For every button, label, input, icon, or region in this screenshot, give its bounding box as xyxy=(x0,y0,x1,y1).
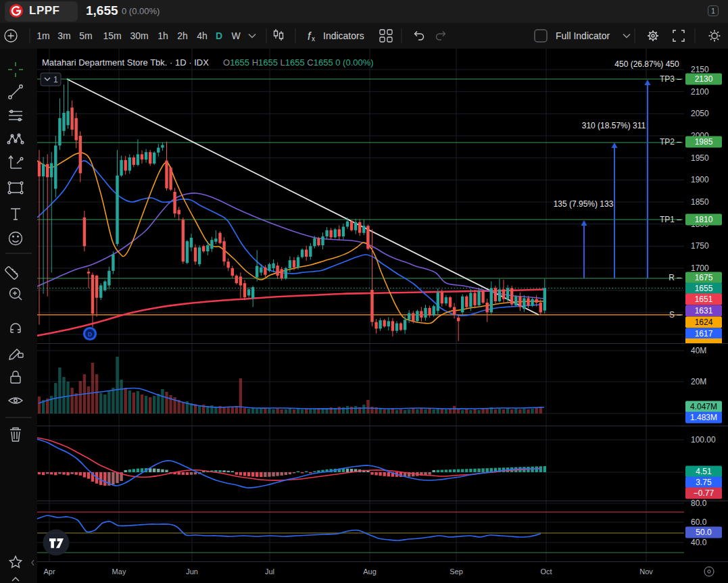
svg-text:TP3 –: TP3 – xyxy=(660,74,681,84)
svg-text:2100: 2100 xyxy=(691,87,709,97)
svg-text:1900: 1900 xyxy=(691,175,709,184)
svg-text:O1655 H1655 L1655 C1655 0 (0.0: O1655 H1655 L1655 C1655 0 (0.00%) xyxy=(223,57,374,68)
svg-text:30m: 30m xyxy=(130,30,148,41)
svg-text:Apr: Apr xyxy=(43,567,55,576)
svg-text:1: 1 xyxy=(53,75,58,84)
svg-text:1750: 1750 xyxy=(691,241,709,251)
svg-text:60.0: 60.0 xyxy=(691,517,707,527)
svg-text:TP2 –: TP2 – xyxy=(660,137,681,147)
svg-text:135 (7.95%) 133: 135 (7.95%) 133 xyxy=(554,199,614,209)
svg-text:20M: 20M xyxy=(691,377,706,386)
svg-text:1624: 1624 xyxy=(695,318,713,327)
svg-text:1.483M: 1.483M xyxy=(690,413,717,422)
svg-text:Full Indicator: Full Indicator xyxy=(556,30,610,41)
svg-text:4h: 4h xyxy=(197,30,208,41)
svg-text:D: D xyxy=(88,331,93,338)
svg-text:Indicators: Indicators xyxy=(323,30,364,41)
svg-text:1810: 1810 xyxy=(695,215,713,224)
svg-text:40.0: 40.0 xyxy=(691,538,707,547)
svg-text:2130: 2130 xyxy=(695,74,713,84)
svg-text:D: D xyxy=(216,30,222,41)
svg-text:1850: 1850 xyxy=(691,197,709,207)
svg-text:80.0: 80.0 xyxy=(691,499,707,508)
svg-text:310 (18.57%) 311: 310 (18.57%) 311 xyxy=(582,121,646,130)
svg-text:−0.77: −0.77 xyxy=(694,488,714,498)
svg-text:1h: 1h xyxy=(157,30,168,41)
svg-text:Sep: Sep xyxy=(450,567,463,576)
svg-text:TP1 –: TP1 – xyxy=(660,215,681,224)
svg-text:5m: 5m xyxy=(79,30,92,41)
svg-text:Jun: Jun xyxy=(186,567,198,576)
svg-text:Aug: Aug xyxy=(363,567,377,576)
svg-text:1m: 1m xyxy=(37,30,49,41)
svg-text:15m: 15m xyxy=(103,30,121,41)
svg-text:100.00: 100.00 xyxy=(691,435,716,445)
svg-text:2h: 2h xyxy=(177,30,188,41)
svg-text:50.0: 50.0 xyxy=(696,528,712,537)
svg-text:1985: 1985 xyxy=(695,137,713,147)
svg-text:4.047M: 4.047M xyxy=(690,402,717,411)
svg-text:Jul: Jul xyxy=(265,567,274,576)
svg-text:S –: S – xyxy=(669,310,681,320)
svg-text:450 (26.87%) 450: 450 (26.87%) 450 xyxy=(614,59,679,69)
svg-text:Oct: Oct xyxy=(540,567,552,576)
svg-text:2050: 2050 xyxy=(691,109,709,118)
svg-text:3.75: 3.75 xyxy=(696,478,712,487)
svg-text:3m: 3m xyxy=(57,30,70,41)
svg-text:40M: 40M xyxy=(691,346,706,355)
svg-text:4.51: 4.51 xyxy=(696,467,712,476)
svg-text:1700: 1700 xyxy=(691,263,709,273)
svg-text:R –: R – xyxy=(669,273,681,282)
svg-text:May: May xyxy=(112,567,126,576)
svg-text:1950: 1950 xyxy=(691,153,709,163)
svg-text:1631: 1631 xyxy=(695,306,713,315)
svg-text:Nov: Nov xyxy=(639,567,653,576)
svg-text:x: x xyxy=(312,35,315,43)
svg-text:1675: 1675 xyxy=(695,273,713,282)
svg-text:W: W xyxy=(231,30,241,41)
svg-text:Matahari Department Store Tbk.: Matahari Department Store Tbk. · 1D · ID… xyxy=(42,57,209,68)
svg-text:2150: 2150 xyxy=(691,65,709,74)
svg-text:1617: 1617 xyxy=(695,329,713,338)
svg-text:1655: 1655 xyxy=(695,284,713,293)
svg-text:1651: 1651 xyxy=(695,295,713,304)
